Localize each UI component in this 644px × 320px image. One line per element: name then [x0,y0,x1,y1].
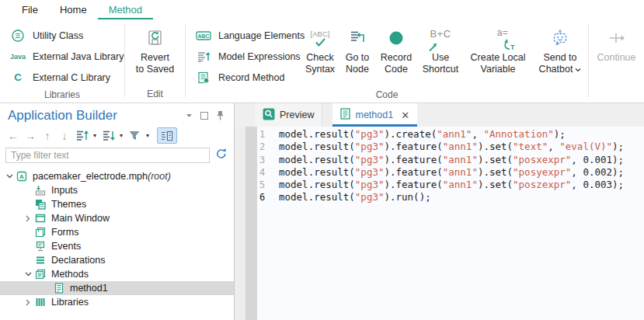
move-up-icon[interactable]: ↑ [39,130,56,142]
code-editor[interactable]: 1model.result("pg3").create("ann1", "Ann… [257,127,644,320]
tree-toolbar: ← → ↑ ↓ ▾ ▾ ▾ [0,124,234,146]
check-syntax-icon: [ABC] [311,23,330,52]
goto-node-button[interactable]: Go to Node [339,19,375,88]
language-elements-icon: ABC [195,30,212,42]
pin-icon[interactable] [216,110,225,121]
chevron-down-icon[interactable] [22,272,34,277]
record-method-button[interactable]: Record Method [186,67,301,88]
libraries-group-label: Libraries [0,88,124,103]
ribbon-group-continue: Continue [589,19,644,103]
tab-method1-label: method1 [355,110,393,120]
check-syntax-label-line2: Syntax [305,64,335,75]
java-icon: Java [9,53,26,61]
send-to-chatbot-button[interactable]: Send to Chatbot [532,19,588,88]
c-icon: C [9,71,26,83]
panel-menu-chevron-icon[interactable] [186,113,193,118]
line-number: 6 [257,191,279,203]
tree-item-themes[interactable]: Themes [0,197,234,211]
tab-preview[interactable]: Preview [255,103,322,127]
continue-button[interactable]: Continue [589,19,644,64]
chevron-down-icon[interactable] [3,174,16,179]
tree-item-declarations[interactable]: Declarations [0,253,234,267]
ribbon: Utility Class Java External Java Library… [0,19,644,103]
filter-icon[interactable] [126,128,143,144]
send-to-chatbot-label-line2: Chatbot [539,64,573,75]
goto-node-label-line1: Go to [346,52,370,64]
utility-class-button[interactable]: Utility Class [0,25,124,46]
collapse-all-icon[interactable] [99,128,117,144]
use-shortcut-label-line2: Shortcut [423,64,459,75]
record-code-button[interactable]: Record Code [375,19,417,88]
forward-icon[interactable]: → [22,130,39,142]
revert-to-saved-icon [144,23,165,52]
model-expressions-button[interactable]: a= Model Expressions [186,46,301,67]
refresh-icon[interactable] [215,148,228,163]
code-line-4[interactable]: 4model.result("pg3").feature("ann1").set… [257,166,644,179]
events-icon [34,241,47,252]
expand-all-dropdown-icon[interactable]: ▾ [90,132,99,139]
app-icon: A [16,171,28,182]
continue-label: Continue [597,52,635,64]
code-line-5[interactable]: 5model.result("pg3").feature("ann1").set… [257,179,644,191]
declarations-icon [34,255,47,266]
filter-dropdown-icon[interactable]: ▾ [143,132,152,139]
tree-item-pacemaker-electrode-mph[interactable]: Apacemaker_electrode.mph (root) [0,169,234,183]
tree-item-events[interactable]: Events [0,239,234,253]
external-java-library-label: External Java Library [33,51,124,62]
revert-label-line2: to Saved [136,64,174,75]
menu-tab-file[interactable]: File [11,0,49,19]
tree-item-libraries[interactable]: Libraries [0,295,234,309]
fold-margin[interactable] [245,127,257,320]
utility-class-icon [9,29,26,43]
menu-tab-home[interactable]: Home [49,0,98,19]
chevron-right-icon[interactable] [22,215,34,222]
tree-item-forms[interactable]: Forms [0,225,234,239]
send-to-chatbot-label-line1: Send to [543,52,576,64]
float-window-icon[interactable] [200,112,208,120]
code-line-3[interactable]: 3model.result("pg3").feature("ann1").set… [257,154,644,166]
code-text: model.result("pg3").feature("ann1").set(… [279,154,624,166]
utility-class-label: Utility Class [33,30,83,41]
methods-icon [34,269,47,280]
create-local-variable-icon: a= T [493,23,504,52]
use-shortcut-button[interactable]: B+C Use Shortcut [417,19,464,88]
record-code-label-line2: Code [385,64,408,75]
menu-tab-method[interactable]: Method [98,0,153,19]
line-number: 4 [257,166,279,179]
ribbon-group-edit: Revert to Saved Edit [125,19,185,103]
tab-preview-label: Preview [280,110,314,120]
tree-item-methods[interactable]: Methods [0,267,234,281]
code-line-1[interactable]: 1model.result("pg3").create("ann1", "Ann… [257,128,644,141]
filter-row [0,146,234,166]
tree-item-method1[interactable]: method1 [0,281,234,295]
breakpoint-margin[interactable] [235,127,245,320]
line-number: 3 [257,154,279,166]
external-java-library-button[interactable]: Java External Java Library [0,46,124,67]
create-local-variable-button[interactable]: a= T Create Local Variable [464,19,532,88]
filter-input[interactable] [5,148,210,163]
revert-to-saved-button[interactable]: Revert to Saved [125,19,185,75]
close-icon[interactable]: ✕ [401,110,409,121]
panel-title: Application Builder [8,108,178,123]
collapse-all-dropdown-icon[interactable]: ▾ [117,132,126,139]
code-text: model.result("pg3").feature("ann1").set(… [279,141,624,153]
check-syntax-label-line1: Check [306,52,333,64]
record-method-icon [195,71,212,84]
menu-bar: File Home Method [0,0,644,19]
expand-all-icon[interactable] [73,128,90,144]
tree-item-main-window[interactable]: Main Window [0,211,234,225]
external-c-library-button[interactable]: C External C Library [0,67,124,88]
chevron-right-icon[interactable] [22,299,34,306]
tree-item-inputs[interactable]: Inputs [0,183,234,197]
back-icon[interactable]: ← [5,130,22,142]
check-syntax-button[interactable]: [ABC] Check Syntax [301,19,339,88]
preview-icon [263,108,275,123]
code-line-6[interactable]: 6model.result("pg3").run(); [257,191,644,203]
language-elements-button[interactable]: ABC Language Elements [186,25,301,46]
move-down-icon[interactable]: ↓ [56,130,73,142]
code-line-2[interactable]: 2model.result("pg3").feature("ann1").set… [257,141,644,153]
code-group-label: Code [186,88,588,103]
tab-method1[interactable]: method1 ✕ [332,103,417,127]
model-data-access-toggle[interactable] [157,127,177,144]
create-local-variable-label-line2: Variable [481,64,516,75]
